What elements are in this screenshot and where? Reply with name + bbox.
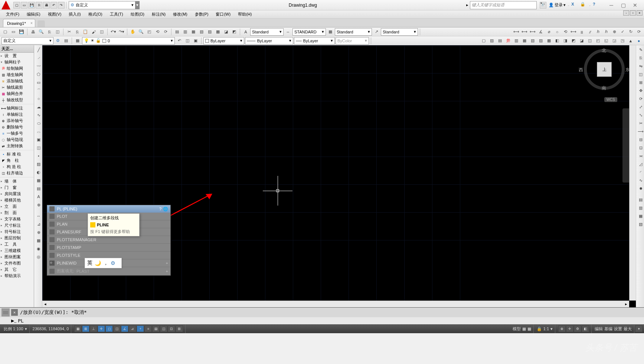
break2-icon[interactable]: ⊡ <box>637 144 644 151</box>
break-icon[interactable]: ⊟ <box>637 136 644 143</box>
m1-icon[interactable]: ▢ <box>480 37 487 45</box>
hatch-icon[interactable]: ▨ <box>35 160 42 168</box>
m3-icon[interactable]: ▤ <box>496 37 504 45</box>
tree-col-1[interactable]: ◤角 柱 <box>0 157 34 164</box>
m9-icon[interactable]: ▩ <box>545 37 553 45</box>
sb-3dosnap[interactable]: ◫ <box>113 325 121 332</box>
tree-group-settings[interactable]: ▸设 置 <box>0 53 34 59</box>
ime-toolbar[interactable]: 英 🌙 ， ⚙ <box>85 258 122 268</box>
zoomwin-icon[interactable]: ◰ <box>146 28 153 36</box>
measure4-icon[interactable]: ▦ <box>35 237 42 244</box>
sb-grid[interactable]: ⊞ <box>82 325 89 332</box>
dc-icon[interactable]: ▥ <box>182 28 189 36</box>
circle-icon[interactable]: ○ <box>35 95 42 102</box>
cmd-input[interactable]: PL <box>18 318 24 324</box>
dim13-icon[interactable]: ⊕ <box>611 28 618 36</box>
tree-group-axis[interactable]: ▾轴网柱子 <box>0 59 34 65</box>
workspace-flyout-icon[interactable]: ▾ <box>135 1 140 9</box>
extend-icon[interactable]: ⟶ <box>637 128 644 135</box>
publish-icon[interactable]: ⎘ <box>46 28 53 36</box>
sb-r1[interactable]: ⊕ <box>558 325 566 332</box>
zoom-icon[interactable]: 🔍 <box>137 28 145 36</box>
scrollbar-horizontal[interactable]: ◂▸ <box>42 301 629 307</box>
m17-icon[interactable]: ◲ <box>611 37 618 45</box>
tree-more-12[interactable]: ▸图块图案 <box>0 254 34 260</box>
menu-view[interactable]: 视图(V) <box>45 11 65 18</box>
region-icon[interactable]: ▦ <box>35 177 42 184</box>
dim6-icon[interactable]: ○ <box>553 28 561 36</box>
orbit-icon[interactable]: ⟳ <box>162 28 169 36</box>
mtext-icon[interactable]: A <box>35 193 42 200</box>
layer-manager-icon[interactable]: ▦ <box>74 37 81 45</box>
addsel-icon[interactable]: ⊕ <box>35 201 42 209</box>
arc-icon[interactable]: ⌒ <box>35 87 42 94</box>
menu-modify[interactable]: 修改(M) <box>170 11 190 18</box>
sb-model[interactable]: 模型▦▦ <box>510 324 534 333</box>
ime-comma-icon[interactable]: ， <box>103 260 108 266</box>
sb-ortho[interactable]: ⊥ <box>90 325 97 332</box>
menu-insert[interactable]: 插入(I) <box>66 11 84 18</box>
m7-icon[interactable]: ▧ <box>529 37 536 45</box>
tree-axis-2[interactable]: ※添加轴线 <box>0 78 34 84</box>
viewcube[interactable]: 上 北 南 西 东 <box>584 49 625 90</box>
rotate-icon[interactable]: ⟳ <box>637 95 644 102</box>
ime-lang[interactable]: 英 <box>87 260 92 266</box>
dim7-icon[interactable]: ⟲ <box>562 28 569 36</box>
mirror-icon[interactable]: ⇋ <box>637 62 644 70</box>
tree-more-3[interactable]: ▸楼梯其他 <box>0 197 34 203</box>
tree-more-11[interactable]: ▸三维建模 <box>0 247 34 254</box>
block-icon[interactable]: ◫ <box>98 28 105 36</box>
tree-axis-5[interactable]: ┼轴改线型 <box>0 97 34 103</box>
copy-icon[interactable]: ⎘ <box>73 28 81 36</box>
mleader-icon[interactable]: ↗ <box>373 28 380 36</box>
ac-selected[interactable]: PL (PLINE) ?🌐 <box>47 205 170 213</box>
measure6-icon[interactable]: ◎ <box>35 253 42 260</box>
ime-moon-icon[interactable]: 🌙 <box>95 260 101 266</box>
save-icon[interactable]: 💾 <box>18 28 25 36</box>
menu-draw[interactable]: 绘图(D) <box>128 11 147 18</box>
close-button[interactable]: ✕ <box>631 2 640 8</box>
infocenter-search[interactable]: 键入关键字或短语 <box>470 1 537 9</box>
layer-filter-dropdown[interactable]: 自定义▾ <box>1 37 53 45</box>
sb-am[interactable]: ⊞ <box>176 325 183 332</box>
sb-tab-set[interactable]: 设置 <box>614 326 622 332</box>
r2-icon[interactable]: ▥ <box>637 204 644 211</box>
markup-icon[interactable]: ▨ <box>206 28 213 36</box>
m15-icon[interactable]: ◰ <box>594 37 602 45</box>
revcloud-icon[interactable]: ☁ <box>35 103 42 111</box>
tree-col-3[interactable]: ◫柱齐墙边 <box>0 170 34 176</box>
threed-icon[interactable]: ◫ <box>54 28 61 36</box>
m5-icon[interactable]: ▥ <box>513 37 520 45</box>
measure2-icon[interactable]: ⊿ <box>35 220 42 228</box>
tree-ax2-0[interactable]: ⟷轴网标注 <box>0 105 34 111</box>
sb-tab-edit[interactable]: 编辑 <box>595 326 603 332</box>
gradient-icon[interactable]: ◐ <box>35 168 42 176</box>
menu-tools[interactable]: 工具(T) <box>107 11 126 18</box>
sb-polar[interactable]: ✛ <box>98 325 105 332</box>
ac-item-plottermanager[interactable]: PLOTTERMANAGER <box>47 236 170 244</box>
undo-icon[interactable]: ↶▾ <box>109 28 117 36</box>
props-icon[interactable]: ▤ <box>173 28 181 36</box>
stretch-icon[interactable]: ⤡ <box>637 111 644 119</box>
tree-more-4[interactable]: ▸立 面 <box>0 203 34 210</box>
cui-icon[interactable]: ◪ <box>222 28 230 36</box>
tree-ax2-3[interactable]: ⊖删除轴号 <box>0 124 34 130</box>
cmd-close-icon[interactable]: × <box>11 309 18 316</box>
ellipsearc-icon[interactable]: ⌓ <box>35 128 42 135</box>
dim10-icon[interactable]: ⫽ <box>586 28 594 36</box>
menu-parametric[interactable]: 参数(P) <box>192 11 212 18</box>
offset-icon[interactable]: ◫ <box>637 70 644 78</box>
tree-ax2-2[interactable]: ⊕添补轴号 <box>0 118 34 124</box>
join-icon[interactable]: ⫘ <box>637 152 644 160</box>
sb-qp[interactable]: ◫ <box>160 325 167 332</box>
chamfer-icon[interactable]: ◿ <box>637 160 644 168</box>
qat-undo-icon[interactable]: ↶ <box>50 2 57 9</box>
new-icon[interactable]: ▢ <box>1 28 9 36</box>
ac-item-plast[interactable]: 图案填充: PLAST+ <box>47 267 170 275</box>
tree-axis-3[interactable]: ✂轴线裁剪 <box>0 84 34 91</box>
sb-tab-base[interactable]: 基编 <box>604 326 612 332</box>
xline-icon[interactable]: ⟋ <box>35 54 42 62</box>
open-icon[interactable]: ▭ <box>10 28 17 36</box>
print-icon[interactable]: 🖶 <box>29 28 37 36</box>
matchprop-icon[interactable]: 🖌 <box>90 28 97 36</box>
